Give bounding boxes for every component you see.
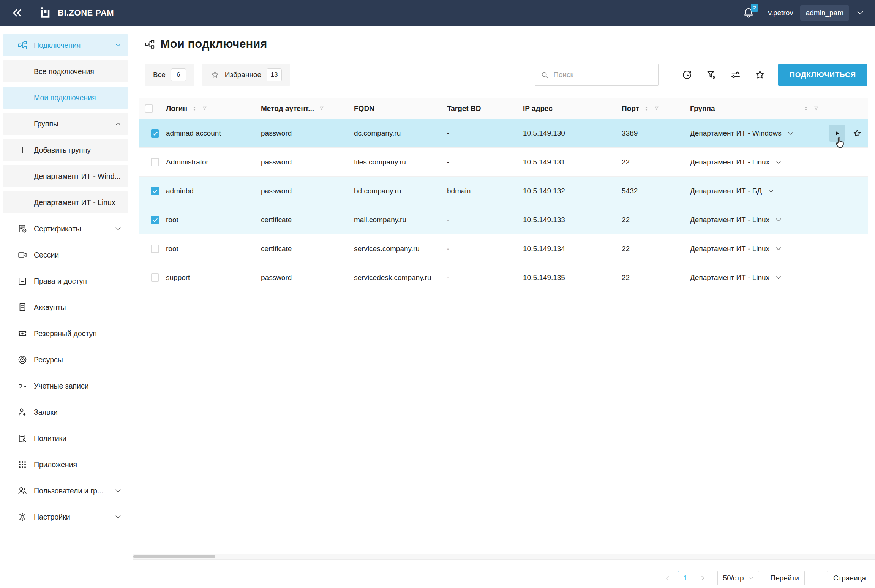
sidebar-item-my-connections[interactable]: Мои подключения	[3, 87, 128, 109]
topbar-divider	[761, 8, 761, 17]
table-row[interactable]: support password servicedesk.company.ru …	[139, 263, 868, 292]
page-size-select[interactable]: 50/стр	[717, 571, 759, 585]
sort-icon[interactable]	[644, 106, 649, 111]
sidebar-collapse-button[interactable]	[11, 6, 24, 19]
sidebar-item-group-it-windows[interactable]: Департамент ИТ - Wind...	[3, 165, 128, 187]
row-checkbox[interactable]	[151, 187, 159, 195]
filter-funnel-icon[interactable]	[202, 106, 208, 112]
column-header-ip[interactable]: IP адрес	[517, 98, 616, 119]
filter-funnel-icon[interactable]	[654, 106, 660, 112]
filter-funnel-icon[interactable]	[319, 106, 325, 112]
role-chip[interactable]: admin_pam	[800, 5, 849, 21]
chevron-down-icon[interactable]	[775, 158, 782, 166]
horizontal-scrollbar[interactable]	[133, 554, 875, 560]
cell-group: Департамент ИТ - Windows	[690, 129, 782, 138]
sidebar-item-applications[interactable]: Приложения	[3, 454, 128, 476]
sidebar-item-settings[interactable]: Настройки	[3, 506, 128, 528]
history-clock-icon	[682, 70, 692, 80]
cell-ip: 10.5.149.134	[517, 234, 616, 263]
cell-port: 22	[616, 148, 684, 176]
column-settings-button[interactable]	[730, 70, 741, 80]
sidebar-item-resources[interactable]: Ресурсы	[3, 349, 128, 371]
table-row[interactable]: adminad account password dc.company.ru -…	[139, 119, 868, 148]
username-label: v.petrov	[768, 9, 793, 17]
search-input[interactable]	[553, 70, 653, 79]
bizone-logo-icon	[39, 6, 52, 19]
sidebar-item-reserve-access[interactable]: Резервный доступ	[3, 322, 128, 345]
table-row[interactable]: root certificate services.company.ru - 1…	[139, 234, 868, 263]
cell-port: 22	[616, 263, 684, 292]
table-row[interactable]: adminbd password bd.company.ru bdmain 10…	[139, 177, 868, 205]
connect-button[interactable]: ПОДКЛЮЧИТЬСЯ	[778, 64, 867, 86]
clear-filters-button[interactable]	[706, 70, 717, 80]
row-checkbox[interactable]	[151, 245, 159, 253]
filter-favorites-label: Избранное	[225, 71, 261, 79]
notifications-button[interactable]: 2	[743, 7, 754, 19]
chevron-down-icon[interactable]	[787, 130, 794, 137]
history-button[interactable]	[682, 70, 692, 80]
chevron-down-icon[interactable]	[775, 216, 782, 224]
goto-page-input[interactable]	[804, 571, 828, 585]
sort-icon[interactable]	[803, 106, 809, 111]
filter-all-button[interactable]: Все 6	[145, 64, 194, 86]
column-header-target-bd[interactable]: Target BD	[441, 98, 517, 119]
row-checkbox[interactable]	[151, 216, 159, 224]
connect-play-button[interactable]	[829, 125, 845, 142]
sort-icon[interactable]	[192, 106, 197, 111]
sidebar-item-add-group[interactable]: Добавить группу	[3, 139, 128, 161]
sidebar-item-group-it-linux[interactable]: Департамент ИТ - Linux	[3, 191, 128, 213]
cell-group: Департамент ИТ - Linux	[690, 216, 769, 224]
filter-funnel-icon[interactable]	[813, 106, 819, 112]
archive-box-icon	[17, 276, 28, 286]
cell-port: 22	[616, 205, 684, 234]
row-checkbox[interactable]	[151, 129, 159, 138]
sidebar-item-sessions[interactable]: Сессии	[3, 244, 128, 266]
column-header-group[interactable]: Группа	[684, 98, 823, 119]
chevron-down-icon[interactable]	[767, 187, 775, 195]
favorite-button[interactable]	[755, 70, 765, 80]
sidebar-item-accounts[interactable]: Аккаунты	[3, 296, 128, 318]
table-row[interactable]: Administrator password files.company.ru …	[139, 148, 868, 177]
sidebar-item-label: Подключения	[34, 41, 114, 50]
connections-icon	[145, 39, 155, 49]
key-icon	[17, 381, 28, 391]
sidebar-item-credentials[interactable]: Учетные записи	[3, 375, 128, 397]
next-page-button[interactable]	[699, 575, 706, 582]
sidebar-item-all-connections[interactable]: Все подключения	[3, 60, 128, 82]
sidebar-item-rights-access[interactable]: Права и доступ	[3, 270, 128, 292]
sidebar-item-policies[interactable]: Политики	[3, 427, 128, 449]
cell-login: Administrator	[160, 148, 255, 176]
search-icon	[540, 71, 549, 79]
sidebar-item-connections[interactable]: Подключения	[3, 34, 128, 56]
sidebar-item-label: Права и доступ	[34, 277, 122, 286]
column-header-port[interactable]: Порт	[616, 98, 684, 119]
prev-page-button[interactable]	[664, 575, 671, 582]
cell-login: adminbd	[160, 177, 255, 205]
chevron-down-icon[interactable]	[775, 245, 782, 253]
favorite-star-icon[interactable]	[853, 129, 862, 138]
filter-favorites-button[interactable]: Избранное 13	[202, 64, 290, 86]
sidebar-item-certificates[interactable]: Сертификаты	[3, 218, 128, 240]
sidebar-item-groups[interactable]: Группы	[3, 113, 128, 135]
user-menu-button[interactable]	[856, 9, 864, 17]
policy-document-icon	[17, 433, 28, 444]
sidebar-item-requests[interactable]: Заявки	[3, 401, 128, 423]
page-number-button[interactable]: 1	[678, 571, 692, 585]
toolbar-divider	[670, 64, 670, 86]
column-header-auth-method[interactable]: Метод аутент...	[255, 98, 348, 119]
chevron-down-icon[interactable]	[775, 274, 782, 281]
gear-icon	[17, 512, 28, 522]
row-checkbox[interactable]	[151, 273, 159, 282]
sidebar-item-label: Департамент ИТ - Wind...	[34, 172, 122, 181]
sidebar-item-label: Резервный доступ	[34, 329, 122, 338]
cell-group: Департамент ИТ - БД	[690, 187, 762, 195]
row-checkbox[interactable]	[151, 158, 159, 166]
table-row[interactable]: root certificate mail.company.ru - 10.5.…	[139, 205, 868, 234]
column-header-fqdn[interactable]: FQDN	[348, 98, 441, 119]
sidebar-item-label: Настройки	[34, 513, 114, 522]
sidebar-item-users-groups[interactable]: Пользователи и гр...	[3, 480, 128, 502]
scrollbar-thumb[interactable]	[133, 555, 215, 558]
column-header-login[interactable]: Логин	[160, 98, 255, 119]
page-title: Мои подключения	[160, 37, 267, 51]
select-all-checkbox[interactable]	[145, 104, 153, 113]
